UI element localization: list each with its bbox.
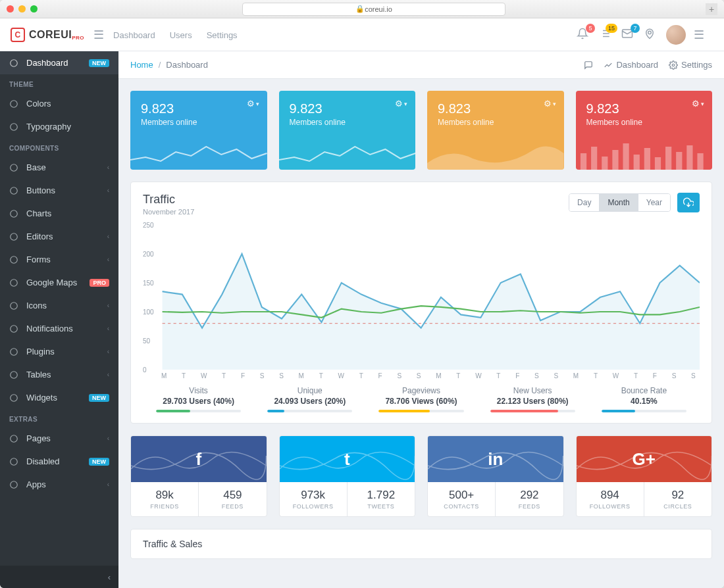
card-options-button[interactable]: ⚙ ▾ <box>395 99 407 109</box>
svg-point-1 <box>648 31 652 34</box>
social-card-header[interactable]: t <box>280 436 415 482</box>
traffic-sales-panel: Traffic & Sales <box>130 529 712 559</box>
location-button[interactable] <box>644 28 656 42</box>
stat-cards-row: 9.823Members online⚙ ▾9.823Members onlin… <box>130 91 712 170</box>
minimize-window-button[interactable] <box>18 5 26 12</box>
svg-rect-30 <box>686 145 692 170</box>
settings-link[interactable]: Settings <box>669 60 712 70</box>
sidebar-item-icons[interactable]: Icons‹ <box>0 294 118 317</box>
chevron-left-icon: ‹ <box>107 302 109 309</box>
sidebar-item-google-maps[interactable]: Google MapsPRO <box>0 271 118 294</box>
stat-card-2: 9.823Members online⚙ ▾ <box>427 91 564 170</box>
sidebar-item-tables[interactable]: Tables‹ <box>0 363 118 386</box>
svg-point-11 <box>11 302 18 309</box>
sidebar-item-label: Charts <box>26 208 51 218</box>
list-badge: 15 <box>606 24 617 33</box>
sidebar-item-forms[interactable]: Forms‹ <box>0 248 118 271</box>
sidebar-item-pages[interactable]: Pages‹ <box>0 427 118 450</box>
sidebar-item-plugins[interactable]: Plugins‹ <box>0 340 118 363</box>
gear-icon <box>669 61 678 70</box>
metric-unique: Unique24.093 Users (20%) <box>254 386 365 412</box>
maximize-window-button[interactable] <box>30 5 38 12</box>
stat-value: 9.823 <box>438 101 554 116</box>
menu-toggle-button[interactable]: ☰ <box>93 28 104 42</box>
sidebar-item-disabled[interactable]: DisabledNEW <box>0 450 118 473</box>
menu-icon <box>9 301 20 310</box>
menu-icon <box>9 480 20 489</box>
stat-label: Members online <box>438 118 554 127</box>
breadcrumb-bar: Home / Dashboard Dashboard Settings <box>118 51 724 79</box>
sidebar-item-label: Typography <box>26 122 71 132</box>
card-options-button[interactable]: ⚙ ▾ <box>247 99 259 109</box>
stat-label: Members online <box>290 118 405 127</box>
stat-value: 9.823 <box>586 101 702 116</box>
sidebar-item-apps[interactable]: Apps‹ <box>0 473 118 496</box>
svg-rect-26 <box>644 148 650 170</box>
logo[interactable]: C COREUI PRO <box>11 28 84 42</box>
sidebar-item-label: Editors <box>26 232 53 241</box>
period-day[interactable]: Day <box>569 194 600 211</box>
mini-chart <box>576 134 713 170</box>
svg-point-13 <box>11 348 18 355</box>
card-options-button[interactable]: ⚙ ▾ <box>544 99 556 109</box>
mini-chart <box>130 134 267 170</box>
topnav-settings[interactable]: Settings <box>207 30 238 40</box>
menu-icon <box>9 393 20 403</box>
social-card-header[interactable]: f <box>131 436 267 482</box>
traffic-chart: 250200150100500 <box>143 225 700 370</box>
messages-button[interactable]: 7 <box>621 28 633 42</box>
social-cards-row: f89kFRIENDS459FEEDSt973kFOLLOWERS1.792TW… <box>130 435 712 517</box>
menu-icon <box>9 255 20 264</box>
sidebar-item-dashboard[interactable]: DashboardNEW <box>0 51 118 74</box>
social-card-header[interactable]: G+ <box>577 436 712 482</box>
social-card-header[interactable]: in <box>428 436 563 482</box>
address-bar[interactable]: 🔒 coreui.io <box>242 3 505 16</box>
period-month[interactable]: Month <box>600 194 638 211</box>
topnav-dashboard[interactable]: Dashboard <box>113 30 155 40</box>
dashboard-link[interactable]: Dashboard <box>604 60 658 70</box>
sidebar-item-base[interactable]: Base‹ <box>0 156 118 179</box>
sidebar-item-typography[interactable]: Typography <box>0 115 118 138</box>
sidebar-item-label: Tables <box>26 370 51 380</box>
metric-visits: Visits29.703 Users (40%) <box>143 386 254 412</box>
user-avatar[interactable] <box>666 25 686 45</box>
sidebar-item-label: Plugins <box>26 347 55 356</box>
sidebar-item-charts[interactable]: Charts <box>0 202 118 225</box>
social-card-gp: G+894FOLLOWERS92CIRCLES <box>576 435 713 517</box>
card-options-button[interactable]: ⚙ ▾ <box>692 99 704 109</box>
social-card-tw: t973kFOLLOWERS1.792TWEETS <box>279 435 416 517</box>
sidebar-item-widgets[interactable]: WidgetsNEW <box>0 386 118 409</box>
svg-point-12 <box>11 325 18 332</box>
close-window-button[interactable] <box>7 5 14 12</box>
sidebar-collapse-button[interactable]: ‹ <box>0 566 118 588</box>
chevron-left-icon: ‹ <box>107 187 109 194</box>
tasks-button[interactable]: 15 <box>599 28 611 42</box>
sidebar-item-label: Widgets <box>26 393 57 403</box>
svg-rect-31 <box>697 153 703 170</box>
url-text: coreui.io <box>365 5 392 13</box>
topnav-users[interactable]: Users <box>170 30 192 40</box>
sidebar-item-buttons[interactable]: Buttons‹ <box>0 179 118 202</box>
top-nav: DashboardUsersSettings <box>113 29 252 41</box>
speech-button[interactable] <box>584 61 593 70</box>
new-tab-button[interactable]: + <box>706 3 717 15</box>
period-year[interactable]: Year <box>638 194 670 211</box>
sidebar-item-label: Icons <box>26 301 47 310</box>
menu-icon <box>9 434 20 443</box>
sidebar-item-notifications[interactable]: Notifications‹ <box>0 317 118 340</box>
menu-icon <box>9 347 20 356</box>
breadcrumb-home[interactable]: Home <box>130 60 153 70</box>
sidebar-item-label: Apps <box>26 479 46 489</box>
svg-point-3 <box>11 100 18 107</box>
menu-icon <box>9 370 20 380</box>
sidebar-item-editors[interactable]: Editors‹ <box>0 225 118 248</box>
chevron-left-icon: ‹ <box>107 233 109 240</box>
sidebar-item-label: Base <box>26 162 46 172</box>
download-button[interactable] <box>677 193 700 212</box>
aside-toggle-button[interactable]: ☰ <box>694 28 704 42</box>
svg-point-4 <box>11 123 18 130</box>
svg-rect-28 <box>665 147 671 170</box>
menu-icon <box>9 457 20 466</box>
sidebar-item-colors[interactable]: Colors <box>0 92 118 115</box>
notifications-button[interactable]: 5 <box>577 28 588 42</box>
